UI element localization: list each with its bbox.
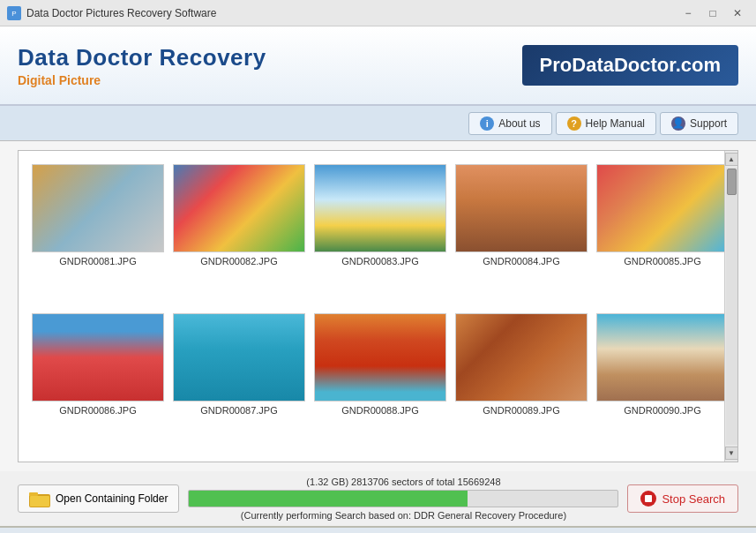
support-button[interactable]: 👤 Support (660, 112, 738, 135)
photo-label: GNDR00090.JPG (624, 405, 700, 416)
photo-label: GNDR00089.JPG (483, 405, 559, 416)
logo-section: Data Doctor Recovery Digital Picture (18, 44, 522, 87)
photo-label: GNDR00087.JPG (200, 405, 277, 416)
list-item: GNDR00081.JPG (32, 164, 164, 300)
progress-info: (1.32 GB) 2813706 sectors of total 15669… (188, 477, 618, 487)
photo-thumbnail[interactable] (455, 164, 588, 252)
photo-thumbnail[interactable] (173, 313, 305, 402)
list-item: GNDR00088.JPG (314, 313, 446, 449)
main-content: GNDR00081.JPGGNDR00082.JPGGNDR00083.JPGG… (0, 141, 756, 471)
photo-thumbnail[interactable] (596, 313, 724, 402)
titlebar: P Data Doctor Pictures Recovery Software… (0, 0, 756, 26)
list-item: GNDR00085.JPG (596, 164, 724, 300)
photo-label: GNDR00084.JPG (483, 256, 559, 266)
info-icon: i (480, 116, 494, 131)
photo-label: GNDR00081.JPG (59, 256, 136, 266)
stop-icon-inner (645, 495, 652, 502)
close-button[interactable]: ✕ (726, 4, 749, 22)
list-item: GNDR00086.JPG (32, 313, 164, 449)
support-icon: 👤 (671, 116, 685, 131)
app-icon: P (7, 6, 21, 20)
photo-label: GNDR00085.JPG (624, 256, 700, 266)
statusbar: Open Containing Folder (1.32 GB) 2813706… (0, 471, 756, 526)
list-item: GNDR00089.JPG (455, 313, 588, 449)
list-item: GNDR00087.JPG (173, 313, 305, 449)
progress-bar-background (188, 490, 618, 507)
folder-icon (29, 490, 50, 507)
photo-label: GNDR00086.JPG (59, 405, 136, 416)
photo-thumbnail[interactable] (173, 164, 305, 252)
help-button[interactable]: ? Help Manual (556, 112, 656, 135)
brand-box: ProDataDoctor.com (522, 45, 738, 86)
list-item: GNDR00084.JPG (455, 164, 588, 300)
svg-rect-4 (30, 496, 49, 507)
photo-thumbnail[interactable] (314, 313, 446, 402)
titlebar-text: Data Doctor Pictures Recovery Software (26, 7, 677, 19)
about-button[interactable]: i About us (468, 112, 551, 135)
scroll-track (726, 168, 737, 445)
scroll-up-arrow[interactable]: ▲ (725, 153, 738, 166)
progress-sub-text: (Currently performing Search based on: D… (188, 510, 618, 521)
scroll-down-arrow[interactable]: ▼ (725, 447, 738, 460)
photo-thumbnail[interactable] (314, 164, 446, 252)
app-subtitle: Digital Picture (18, 73, 522, 87)
navbar: i About us ? Help Manual 👤 Support (0, 106, 756, 141)
stop-icon (640, 491, 656, 507)
scroll-thumb[interactable] (727, 169, 737, 195)
photo-label: GNDR00082.JPG (200, 256, 277, 266)
minimize-button[interactable]: − (677, 4, 700, 22)
photo-label: GNDR00083.JPG (341, 256, 418, 266)
footer: ◀ Back To Stop recovery, click on 'Stop … (0, 526, 756, 533)
list-item: GNDR00083.JPG (314, 164, 446, 300)
header: Data Doctor Recovery Digital Picture Pro… (0, 26, 756, 106)
app-title: Data Doctor Recovery (18, 44, 522, 71)
photo-label: GNDR00088.JPG (341, 405, 418, 416)
window-controls: − □ ✕ (677, 4, 749, 22)
photo-thumbnail[interactable] (455, 313, 588, 402)
photo-grid-container: GNDR00081.JPGGNDR00082.JPGGNDR00083.JPGG… (18, 150, 738, 462)
about-label: About us (498, 117, 540, 130)
list-item: GNDR00082.JPG (173, 164, 305, 300)
svg-text:P: P (11, 10, 16, 18)
photo-grid: GNDR00081.JPGGNDR00082.JPGGNDR00083.JPGG… (19, 151, 724, 462)
stop-search-button[interactable]: Stop Search (627, 484, 738, 513)
photo-thumbnail[interactable] (32, 164, 164, 252)
svg-rect-3 (29, 492, 38, 496)
open-folder-button[interactable]: Open Containing Folder (18, 484, 179, 513)
stop-label: Stop Search (662, 492, 725, 506)
progress-bar-fill (189, 491, 468, 507)
list-item: GNDR00090.JPG (596, 313, 724, 449)
photo-thumbnail[interactable] (596, 164, 724, 252)
maximize-button[interactable]: □ (701, 4, 724, 22)
open-folder-label: Open Containing Folder (56, 492, 168, 505)
progress-section: (1.32 GB) 2813706 sectors of total 15669… (188, 477, 618, 521)
help-label: Help Manual (586, 117, 645, 130)
grid-scrollbar[interactable]: ▲ ▼ (724, 151, 737, 462)
support-label: Support (690, 117, 727, 130)
help-icon: ? (567, 116, 581, 131)
photo-thumbnail[interactable] (32, 313, 164, 402)
